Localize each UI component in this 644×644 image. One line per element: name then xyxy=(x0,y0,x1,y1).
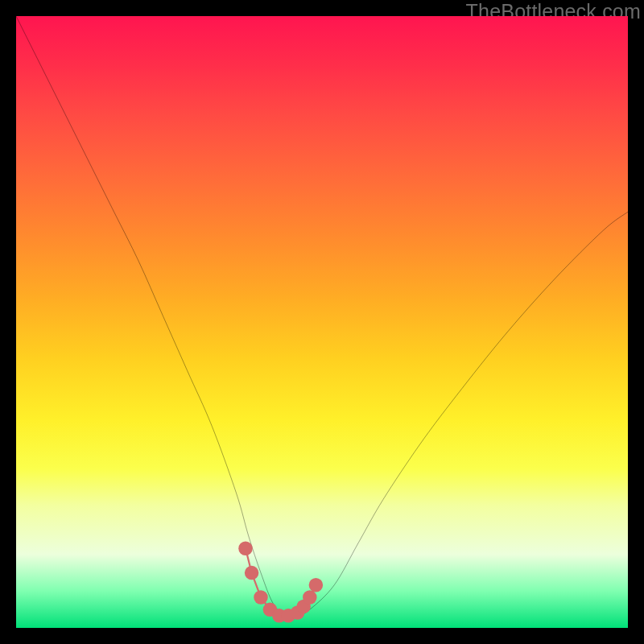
marker-dot xyxy=(245,566,258,580)
chart-frame: TheBottleneck.com xyxy=(0,0,644,644)
plot-area xyxy=(16,16,628,628)
marker-dot xyxy=(254,590,267,604)
marker-dot xyxy=(303,590,316,604)
marker-dot xyxy=(238,541,252,555)
bottom-markers-group xyxy=(238,541,323,622)
marker-dot xyxy=(309,578,323,592)
bottleneck-curve-path xyxy=(16,16,628,617)
chart-svg xyxy=(16,16,628,628)
